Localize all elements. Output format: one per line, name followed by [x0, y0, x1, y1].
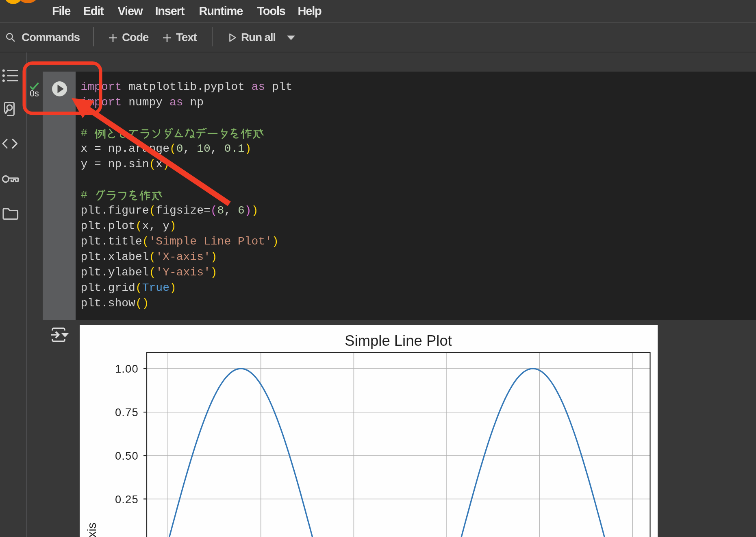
svg-text:Y−axis: Y−axis	[85, 523, 98, 537]
svg-text:0.50: 0.50	[115, 450, 139, 462]
svg-text:0.25: 0.25	[115, 493, 139, 506]
svg-text:0.75: 0.75	[115, 406, 139, 419]
svg-text:Simple Line Plot: Simple Line Plot	[345, 332, 452, 349]
svg-text:1.00: 1.00	[115, 362, 139, 375]
